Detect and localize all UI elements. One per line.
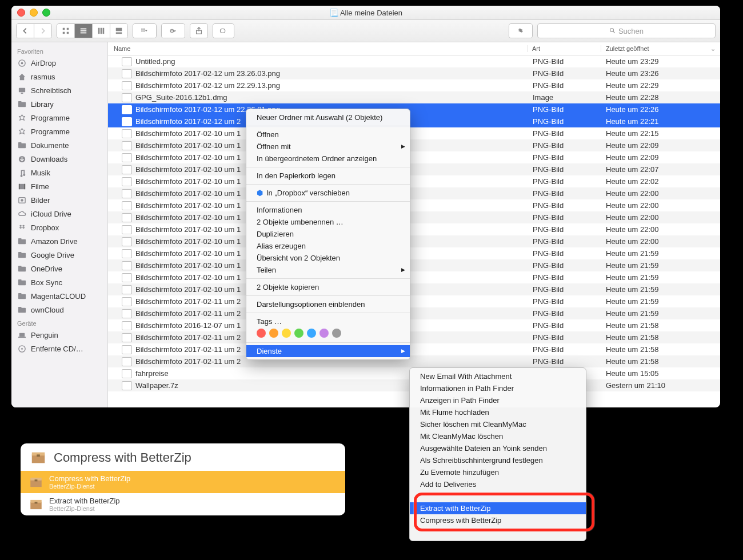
menu-services[interactable]: Dienste (246, 345, 410, 357)
icon-view-button[interactable] (57, 24, 75, 38)
file-row[interactable]: Bildschirmfoto 2017-02-11 um 2PNG-BildHe… (108, 331, 720, 343)
arrange-button[interactable] (133, 24, 156, 38)
search-field[interactable]: Suchen (537, 23, 716, 38)
file-row[interactable]: Bildschirmfoto 2017-02-12 um 2PNG-BildHe… (108, 115, 720, 127)
column-name[interactable]: Name (108, 45, 527, 52)
column-date[interactable]: Zuletzt geöffnet (601, 45, 720, 52)
menu-quicklook[interactable]: Übersicht von 2 Objekten (246, 252, 410, 264)
file-row[interactable]: Bildschirmfoto 2017-02-10 um 1PNG-BildHe… (108, 223, 720, 235)
tags-button[interactable] (213, 24, 234, 38)
menu-new-folder[interactable]: Neuer Ordner mit Auswahl (2 Objekte) (246, 111, 410, 123)
file-row[interactable]: Bildschirmfoto 2017-02-10 um 1PNG-BildHe… (108, 247, 720, 259)
file-row[interactable]: Bildschirmfoto 2017-02-10 um 1PNG-BildHe… (108, 175, 720, 187)
menu-reveal[interactable]: In übergeordnetem Ordner anzeigen (246, 153, 410, 165)
file-row[interactable]: Bildschirmfoto 2016-12-07 um 1PNG-BildHe… (108, 319, 720, 331)
menu-copy[interactable]: 2 Objekte kopieren (246, 281, 410, 293)
share-button[interactable] (190, 24, 207, 38)
sidebar-item[interactable]: Programme (11, 125, 107, 138)
file-row[interactable]: Bildschirmfoto 2017-02-11 um 2PNG-BildHe… (108, 355, 720, 367)
services-menu-item[interactable]: Add to Deliveries (410, 478, 586, 490)
file-row[interactable]: GPG_Suite-2016.12b1.dmgImageHeute um 22:… (108, 91, 720, 103)
dropbox-toolbar-button[interactable] (509, 24, 532, 38)
list-view-button[interactable] (75, 24, 93, 38)
services-menu-item[interactable]: Ausgewählte Dateien an Yoink senden (410, 442, 586, 454)
file-row[interactable]: Untitled.pngPNG-BildHeute um 23:29 (108, 55, 720, 67)
menu-share[interactable]: Teilen (246, 264, 410, 276)
file-row[interactable]: Bildschirmfoto 2017-02-11 um 2PNG-BildHe… (108, 307, 720, 319)
services-menu-item[interactable]: Sicher löschen mit CleanMyMac (410, 418, 586, 430)
sidebar-item[interactable]: MagentaCLOUD (11, 289, 107, 303)
menu-alias[interactable]: Alias erzeugen (246, 240, 410, 252)
file-row[interactable]: Bildschirmfoto 2017-02-10 um 1PNG-BildHe… (108, 199, 720, 211)
sidebar-item[interactable]: Schreibtisch (11, 83, 107, 97)
menu-rename[interactable]: 2 Objekte umbenennen … (246, 216, 410, 228)
column-view-button[interactable] (93, 24, 110, 38)
tag-color[interactable] (307, 329, 316, 338)
menu-open-with[interactable]: Öffnen mit (246, 141, 410, 153)
menu-trash[interactable]: In den Papierkorb legen (246, 170, 410, 182)
spotlight-result[interactable]: Compress with BetterZipBetterZip-Dienst (21, 471, 345, 493)
sidebar-item[interactable]: iCloud Drive (11, 207, 107, 221)
sidebar-device[interactable]: Penguin (11, 328, 107, 342)
file-row[interactable]: Bildschirmfoto 2017-02-10 um 1PNG-BildHe… (108, 139, 720, 151)
spotlight-result[interactable]: Extract with BetterZipBetterZip-Dienst (21, 493, 345, 515)
back-button[interactable] (17, 24, 34, 38)
menu-open[interactable]: Öffnen (246, 129, 410, 141)
sidebar-item[interactable]: Programme (11, 111, 107, 125)
services-menu-item[interactable] (410, 490, 586, 502)
action-button[interactable] (162, 24, 185, 38)
services-menu-item[interactable]: Zu Evernote hinzufügen (410, 466, 586, 478)
services-menu-item[interactable]: Mit CleanMyMac löschen (410, 430, 586, 442)
services-menu-item[interactable]: Anzeigen in Path Finder (410, 394, 586, 406)
sidebar-item[interactable]: rasmus (11, 70, 107, 83)
menu-duplicate[interactable]: Duplizieren (246, 228, 410, 240)
menu-dropbox[interactable]: ⬢In „Dropbox“ verschieben (246, 187, 410, 199)
file-list[interactable]: Untitled.pngPNG-BildHeute um 23:29Bildsc… (108, 55, 720, 407)
sidebar-item[interactable]: Filme (11, 179, 107, 193)
sidebar-item[interactable]: OneDrive (11, 262, 107, 275)
file-row[interactable]: Bildschirmfoto 2017-02-10 um 1PNG-BildHe… (108, 127, 720, 139)
sidebar-item[interactable]: Library (11, 97, 107, 111)
file-row[interactable]: Bildschirmfoto 2017-02-10 um 1PNG-BildHe… (108, 187, 720, 199)
services-menu-item[interactable]: Compress with BetterZip (410, 514, 586, 526)
sidebar-item[interactable]: Google Drive (11, 248, 107, 262)
services-menu-item[interactable]: Mit Flume hochladen (410, 406, 586, 418)
file-row[interactable]: Bildschirmfoto 2017-02-10 um 1PNG-BildHe… (108, 151, 720, 163)
file-row[interactable]: Bildschirmfoto 2017-02-10 um 1PNG-BildHe… (108, 259, 720, 271)
menu-info[interactable]: Informationen (246, 204, 410, 216)
file-row[interactable]: Bildschirmfoto 2017-02-11 um 2PNG-BildHe… (108, 343, 720, 355)
forward-button[interactable] (34, 24, 51, 38)
sidebar-item[interactable]: AirDrop (11, 56, 107, 70)
file-row[interactable]: Bildschirmfoto 2017-02-12 um 22.26.01.pn… (108, 103, 720, 115)
sidebar-item[interactable]: ownCloud (11, 303, 107, 317)
file-row[interactable]: Bildschirmfoto 2017-02-11 um 2PNG-BildHe… (108, 295, 720, 307)
sidebar-item[interactable]: Musik (11, 166, 107, 179)
sidebar-item[interactable]: Dropbox (11, 221, 107, 234)
sidebar-item[interactable]: Box Sync (11, 275, 107, 289)
file-row[interactable]: Bildschirmfoto 2017-02-12 um 22.29.13.pn… (108, 79, 720, 91)
sidebar-item[interactable]: Dokumente (11, 138, 107, 152)
coverflow-view-button[interactable] (110, 24, 127, 38)
services-menu-item[interactable]: Extract with BetterZip (410, 502, 586, 514)
tag-color[interactable] (282, 329, 291, 338)
services-menu-item[interactable]: Informationen in Path Finder (410, 382, 586, 394)
services-menu-item[interactable] (410, 526, 586, 538)
file-row[interactable]: Bildschirmfoto 2017-02-12 um 23.26.03.pn… (108, 67, 720, 79)
file-row[interactable]: Bildschirmfoto 2017-02-10 um 1PNG-BildHe… (108, 211, 720, 223)
sidebar-device[interactable]: Entfernte CD/… (11, 342, 107, 355)
tag-color[interactable] (294, 329, 303, 338)
menu-view-options[interactable]: Darstellungsoptionen einblenden (246, 298, 410, 310)
file-row[interactable]: Bildschirmfoto 2017-02-10 um 1PNG-BildHe… (108, 283, 720, 295)
services-menu-item[interactable]: New Email With Attachment (410, 370, 586, 382)
column-art[interactable]: Art (527, 45, 601, 52)
tag-color[interactable] (332, 329, 341, 338)
sidebar-item[interactable]: Bilder (11, 193, 107, 207)
services-menu-item[interactable]: Als Schreibtischhintergrund festlegen (410, 454, 586, 466)
sidebar-item[interactable]: Amazon Drive (11, 234, 107, 248)
tag-color[interactable] (257, 329, 266, 338)
file-row[interactable]: Bildschirmfoto 2017-02-10 um 1PNG-BildHe… (108, 235, 720, 247)
sidebar-item[interactable]: Downloads (11, 152, 107, 166)
file-row[interactable]: Bildschirmfoto 2017-02-10 um 1PNG-BildHe… (108, 163, 720, 175)
tag-color[interactable] (269, 329, 278, 338)
file-row[interactable]: Bildschirmfoto 2017-02-10 um 1PNG-BildHe… (108, 271, 720, 283)
